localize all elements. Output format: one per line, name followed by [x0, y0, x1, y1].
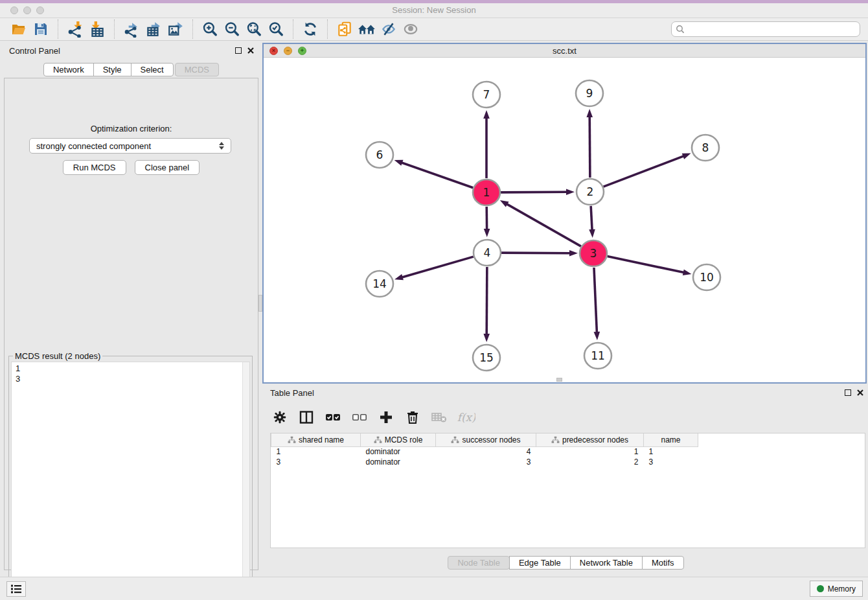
node-table[interactable]: shared nameMCDS rolesuccessor nodesprede… [270, 433, 865, 548]
fit-content-icon[interactable] [243, 19, 265, 39]
table-cell[interactable]: dominator [361, 457, 436, 467]
graph-node-label: 10 [700, 271, 714, 284]
close-panel-icon[interactable] [247, 47, 255, 54]
graph-edge-3-10[interactable] [608, 257, 684, 273]
network-window-title: scc.txt [264, 46, 865, 56]
column-header-name[interactable]: name [644, 433, 698, 446]
close-table-panel-icon[interactable] [856, 389, 864, 397]
table-cell[interactable]: 3 [644, 457, 698, 467]
table-cell[interactable]: 2 [536, 457, 644, 467]
result-scrollbar[interactable] [242, 362, 249, 597]
app-window: Session: New Session [0, 0, 868, 600]
table-panel-tabs: Node TableEdge TableNetwork TableMotifs [446, 556, 683, 570]
control-panel: Control Panel NetworkStyleSelectMCDS Opt… [4, 43, 258, 570]
import-network-icon[interactable] [64, 19, 86, 39]
delete-table-icon[interactable] [429, 408, 449, 427]
tab-mcds[interactable]: MCDS [175, 63, 219, 76]
table-cell[interactable]: 4 [436, 446, 536, 457]
toolbar-separator [192, 19, 193, 39]
list-icon [10, 584, 22, 594]
mcds-result-area[interactable]: 1 3 [11, 362, 250, 597]
tab-network[interactable]: Network [43, 63, 94, 76]
table-row[interactable]: 1dominator411 [271, 446, 698, 457]
graph-node-label: 2 [587, 185, 594, 198]
graph-edge-arrowhead [594, 332, 600, 340]
import-table-icon[interactable] [86, 19, 108, 39]
graph-edge-4-14[interactable] [402, 257, 474, 277]
network-view-window: × − + scc.txt 7968124314101511 [262, 43, 867, 384]
select-all-icon[interactable] [323, 408, 343, 427]
mcds-result-groupbox: MCDS result (2 nodes) 1 3 [8, 356, 253, 600]
tab-network-table[interactable]: Network Table [570, 556, 643, 570]
zoom-in-icon[interactable] [199, 19, 221, 39]
table-cell[interactable]: 1 [271, 446, 361, 457]
graph-node-label: 9 [586, 87, 593, 100]
graph-edge-1-6[interactable] [402, 163, 473, 188]
svg-text:f(x): f(x) [457, 411, 475, 424]
search-input[interactable] [671, 21, 860, 37]
column-header-shared-name[interactable]: shared name [271, 433, 361, 446]
mcds-result-title: MCDS result (2 nodes) [13, 351, 102, 361]
graph-node-label: 1 [483, 186, 490, 199]
float-table-panel-icon[interactable] [845, 389, 851, 396]
status-bar: Memory [0, 577, 868, 600]
save-session-icon[interactable] [30, 19, 52, 39]
run-mcds-button[interactable]: Run MCDS [63, 160, 126, 175]
network-window-titlebar[interactable]: × − + scc.txt [264, 44, 865, 58]
refresh-view-icon[interactable] [299, 19, 321, 39]
task-history-button[interactable] [6, 581, 26, 597]
table-cell[interactable]: 3 [436, 457, 536, 467]
create-column-icon[interactable] [376, 408, 396, 427]
tab-style[interactable]: Style [93, 63, 131, 76]
optimization-criterion-select[interactable]: strongly connected component [29, 138, 231, 154]
graph-edge-4-3[interactable] [501, 253, 570, 253]
toolbar-separator [58, 19, 58, 39]
export-table-icon[interactable] [143, 19, 165, 39]
column-settings-icon[interactable] [270, 408, 290, 427]
table-row[interactable]: 3dominator323 [271, 457, 698, 467]
toggle-column-panel-icon[interactable] [297, 408, 316, 427]
memory-button[interactable]: Memory [810, 581, 863, 597]
graph-edge-2-8[interactable] [604, 156, 684, 187]
delete-columns-icon[interactable] [403, 408, 422, 427]
tab-edge-table[interactable]: Edge Table [509, 556, 571, 570]
search-field[interactable] [671, 21, 860, 37]
graph-edge-1-2[interactable] [501, 192, 567, 192]
deselect-all-icon[interactable] [350, 408, 369, 427]
network-canvas[interactable]: 7968124314101511 [264, 58, 865, 382]
export-image-icon[interactable] [165, 19, 187, 39]
show-graphics-details-icon[interactable] [400, 19, 422, 39]
zoom-selected-icon[interactable] [265, 19, 287, 39]
column-header-successor-nodes[interactable]: successor nodes [436, 433, 536, 446]
column-header-label: MCDS role [385, 435, 423, 444]
table-cell[interactable]: dominator [361, 446, 436, 457]
table-cell[interactable]: 1 [536, 446, 644, 457]
hide-graphics-details-icon[interactable] [378, 19, 400, 39]
column-header-MCDS-role[interactable]: MCDS role [361, 433, 436, 446]
first-neighbors-icon[interactable] [356, 19, 378, 39]
float-panel-icon[interactable] [235, 47, 242, 54]
function-builder-icon[interactable]: f(x) [456, 408, 475, 427]
open-file-icon[interactable] [8, 19, 30, 39]
memory-label: Memory [828, 584, 856, 594]
graph-edge-3-1[interactable] [507, 204, 581, 246]
close-panel-button[interactable]: Close panel [135, 160, 200, 175]
toolbar-separator [293, 19, 293, 39]
graph-edge-4-15[interactable] [486, 267, 487, 334]
table-cell[interactable]: 3 [271, 457, 361, 467]
column-header-label: name [661, 435, 680, 444]
column-header-predecessor-nodes[interactable]: predecessor nodes [536, 433, 644, 446]
canvas-hscroll-handle[interactable] [556, 378, 562, 382]
tab-node-table[interactable]: Node Table [448, 556, 510, 570]
clone-network-icon[interactable] [334, 19, 356, 39]
tab-select[interactable]: Select [131, 63, 174, 76]
tab-motifs[interactable]: Motifs [642, 556, 684, 570]
memory-status-icon [817, 585, 824, 592]
optimization-criterion-label: Optimization criterion: [5, 124, 258, 133]
zoom-out-icon[interactable] [221, 19, 243, 39]
table-cell[interactable]: 1 [644, 446, 698, 457]
export-network-icon[interactable] [120, 19, 143, 39]
graph-edge-2-3[interactable] [591, 206, 592, 230]
graph-edge-2-9[interactable] [589, 117, 590, 178]
graph-edge-3-11[interactable] [594, 268, 597, 332]
